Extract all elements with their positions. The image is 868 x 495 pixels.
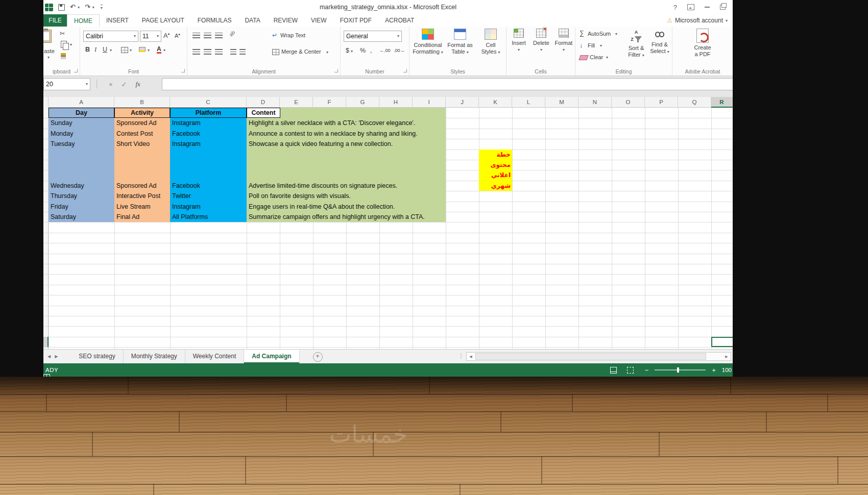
column-header-E[interactable]: E [280, 97, 313, 108]
bold-button[interactable]: B [85, 46, 90, 53]
cell-platform[interactable]: Instagram [170, 139, 247, 149]
enter-icon[interactable]: ✓ [122, 81, 127, 88]
column-header-P[interactable]: P [645, 97, 678, 108]
font-color-icon[interactable]: A [157, 46, 161, 54]
column-header-M[interactable]: M [545, 97, 578, 108]
increase-indent-icon[interactable] [239, 49, 246, 55]
name-box[interactable]: 20 ▾ [43, 78, 90, 90]
sheet-tab-monthly-strategy[interactable]: Monthly Strategy [124, 350, 185, 363]
merge-center-button[interactable]: Merge & Center [281, 48, 321, 55]
cell-platform[interactable]: Instagram [170, 202, 247, 212]
fill-button[interactable]: Fill [588, 42, 595, 48]
alignment-dialog-launcher-icon[interactable] [334, 69, 338, 72]
formula-input[interactable] [162, 78, 733, 90]
tab-splitter-icon[interactable]: ⋮ [458, 352, 464, 359]
column-header-C[interactable]: C [170, 97, 247, 108]
column-header-Q[interactable]: Q [678, 97, 711, 108]
shrink-font-icon[interactable]: A▾ [175, 33, 180, 39]
table-header-day[interactable]: Day [49, 108, 114, 118]
scroll-left-icon[interactable]: ◀ [467, 353, 475, 360]
zoom-slider-thumb[interactable] [677, 367, 679, 373]
insert-cells-button[interactable]: Insert ▾ [509, 29, 529, 53]
cell-content[interactable]: Engage users in real-time Q&A about the … [247, 202, 445, 212]
format-as-table-button[interactable]: Format as Table ▾ [445, 29, 475, 56]
cell-content[interactable]: Highlight a silver necklace with a CTA: … [247, 118, 445, 128]
scrollbar-thumb[interactable] [475, 353, 706, 360]
number-dialog-launcher-icon[interactable] [403, 69, 407, 72]
cell-content[interactable]: Advertise limited-time discounts on sign… [247, 181, 445, 191]
column-header-O[interactable]: O [612, 97, 645, 108]
cancel-icon[interactable]: × [109, 81, 113, 88]
cell-content[interactable]: Showcase a quick video featuring a new c… [247, 139, 445, 149]
column-header-I[interactable]: I [413, 97, 446, 108]
ribbon-tab-acrobat[interactable]: ACROBAT [378, 14, 421, 27]
format-painter-icon[interactable] [61, 53, 66, 59]
accounting-dropdown-icon[interactable]: ▾ [351, 49, 353, 54]
clear-dropdown-icon[interactable]: ▾ [606, 55, 608, 60]
cell-day[interactable]: Monday [49, 129, 114, 139]
cell-grid[interactable]: DayActivityPlatformContent SundaySponsor… [43, 108, 733, 349]
column-header-F[interactable]: F [313, 97, 346, 108]
cell-activity[interactable]: Short Video [114, 139, 170, 149]
name-box-dropdown-icon[interactable]: ▾ [86, 79, 88, 90]
account-area[interactable]: ⚠ Microsoft account ▾ [663, 14, 728, 27]
help-icon[interactable]: ? [673, 4, 677, 11]
paste-dropdown-icon[interactable]: ▾ [47, 55, 50, 60]
ribbon-display-options-icon[interactable] [687, 4, 694, 10]
restore-icon[interactable] [720, 5, 726, 10]
align-right-icon[interactable] [215, 49, 223, 55]
sheet-nav-prev-icon[interactable]: ◀ [43, 350, 55, 363]
table-header-content[interactable]: Content [247, 108, 280, 118]
font-name-combo[interactable]: Calibri ▾ [83, 31, 138, 42]
cell-day[interactable]: Tuesday [49, 139, 114, 149]
redo-dropdown-icon[interactable]: ▾ [92, 5, 94, 10]
column-header-N[interactable]: N [578, 97, 612, 108]
align-bottom-icon[interactable] [215, 33, 223, 38]
cell-day[interactable]: Friday [49, 202, 114, 212]
conditional-formatting-button[interactable]: Conditional Formatting ▾ [412, 29, 444, 56]
cell-activity[interactable]: Contest Post [114, 129, 170, 139]
cell-activity[interactable]: Interactive Post [114, 191, 170, 201]
cell-activity[interactable]: Final Ad [114, 212, 170, 222]
cell-day[interactable]: Thursday [49, 191, 114, 201]
copy-icon[interactable] [61, 41, 67, 48]
zoom-level-label[interactable]: 100 [722, 367, 732, 373]
zoom-slider[interactable] [655, 369, 706, 370]
redo-button[interactable]: ↷ [85, 0, 90, 14]
paste-label[interactable]: aste [44, 48, 55, 54]
cut-icon[interactable]: ✂ [60, 30, 65, 37]
cell-platform[interactable]: All Platforms [170, 212, 247, 222]
cell-day[interactable]: Saturday [49, 212, 114, 222]
fill-color-dropdown-icon[interactable]: ▾ [148, 48, 150, 53]
borders-dropdown-icon[interactable]: ▾ [130, 48, 132, 53]
cell-activity[interactable]: Sponsored Ad [114, 181, 170, 191]
minimize-icon[interactable] [705, 7, 710, 8]
underline-dropdown-icon[interactable]: ▾ [110, 48, 112, 53]
undo-button[interactable]: ↶ [70, 0, 76, 14]
ribbon-tab-insert[interactable]: INSERT [100, 14, 135, 27]
table-header-platform[interactable]: Platform [170, 108, 247, 118]
page-layout-view-icon[interactable] [610, 367, 617, 374]
cell-day[interactable]: Wednesday [49, 181, 114, 191]
column-header-B[interactable]: B [114, 97, 170, 108]
borders-icon[interactable] [121, 47, 128, 53]
orientation-icon[interactable]: ab [228, 30, 236, 38]
clipboard-dialog-launcher-icon[interactable] [74, 69, 78, 72]
cell-content[interactable]: Announce a contest to win a necklace by … [247, 129, 445, 139]
page-break-view-icon[interactable] [627, 367, 634, 374]
ribbon-tab-home[interactable]: HOME [67, 14, 100, 27]
zoom-out-icon[interactable]: − [645, 366, 649, 374]
sort-filter-button[interactable]: AZ Sort & Filter ▾ [624, 29, 648, 59]
ribbon-tab-view[interactable]: VIEW [304, 14, 333, 27]
percent-style-button[interactable]: % [360, 47, 366, 54]
format-cells-button[interactable]: Format ▾ [553, 29, 574, 53]
horizontal-scrollbar[interactable]: ◀ ▶ [466, 352, 731, 361]
cell-day[interactable]: Sunday [49, 118, 114, 128]
grow-font-icon[interactable]: A▴ [163, 32, 170, 39]
autosum-dropdown-icon[interactable]: ▾ [615, 32, 617, 36]
decrease-decimal-icon[interactable]: .00→ [394, 48, 405, 53]
column-header-L[interactable]: L [512, 97, 545, 108]
column-header-H[interactable]: H [379, 97, 413, 108]
cell-platform[interactable]: Instagram [170, 118, 247, 128]
cell-styles-button[interactable]: Cell Styles ▾ [477, 29, 504, 56]
